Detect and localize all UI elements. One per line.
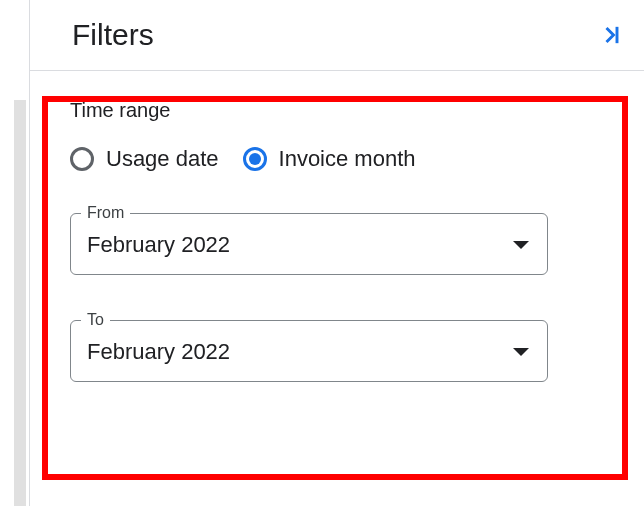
radio-dot-icon xyxy=(249,153,261,165)
time-range-title: Time range xyxy=(70,99,608,122)
radio-circle-selected-icon xyxy=(243,147,267,171)
time-range-radio-group: Usage date Invoice month xyxy=(70,146,608,172)
panel-header: Filters xyxy=(30,0,644,71)
panel-title: Filters xyxy=(72,18,154,52)
dropdown-arrow-icon xyxy=(513,241,529,249)
to-value: February 2022 xyxy=(87,339,230,365)
radio-circle-icon xyxy=(70,147,94,171)
main-panel: Filters Time range Usage date Invoice mo… xyxy=(30,0,644,506)
radio-invoice-month-label: Invoice month xyxy=(279,146,416,172)
from-label: From xyxy=(81,204,130,222)
radio-invoice-month[interactable]: Invoice month xyxy=(243,146,416,172)
to-date-select[interactable]: To February 2022 xyxy=(70,311,548,382)
collapse-panel-icon[interactable] xyxy=(596,21,624,49)
from-value: February 2022 xyxy=(87,232,230,258)
radio-usage-date[interactable]: Usage date xyxy=(70,146,219,172)
dropdown-arrow-icon xyxy=(513,348,529,356)
radio-usage-date-label: Usage date xyxy=(106,146,219,172)
from-date-select[interactable]: From February 2022 xyxy=(70,204,548,275)
left-rail xyxy=(0,0,30,506)
left-rail-scrollbar[interactable] xyxy=(14,100,26,506)
to-label: To xyxy=(81,311,110,329)
filters-content: Time range Usage date Invoice month From… xyxy=(30,71,644,438)
